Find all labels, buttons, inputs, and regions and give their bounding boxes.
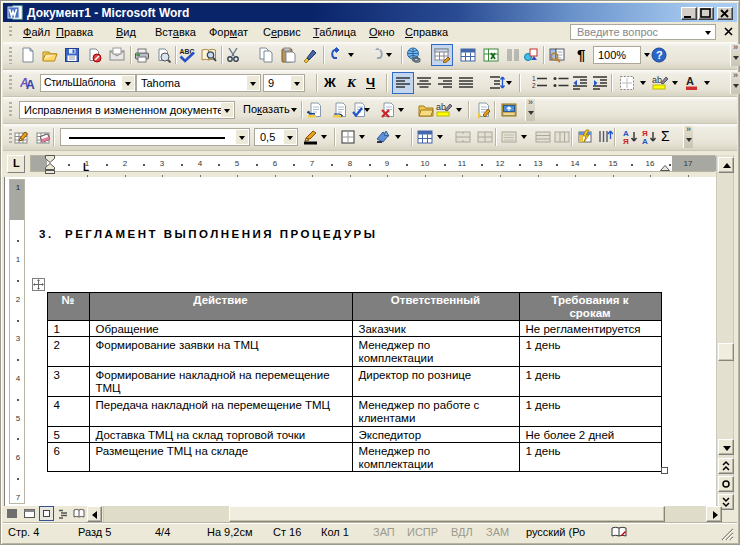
svg-text:A: A [26,78,35,91]
svg-text:1: 1 [532,75,536,82]
svg-text:ab: ab [652,75,662,85]
svg-text:ab: ab [436,102,446,112]
svg-text:А: А [642,137,648,145]
svg-text:?: ? [656,49,663,61]
svg-text:A: A [686,75,694,87]
svg-text:2: 2 [532,82,536,89]
svg-text:Я: Я [623,137,629,145]
